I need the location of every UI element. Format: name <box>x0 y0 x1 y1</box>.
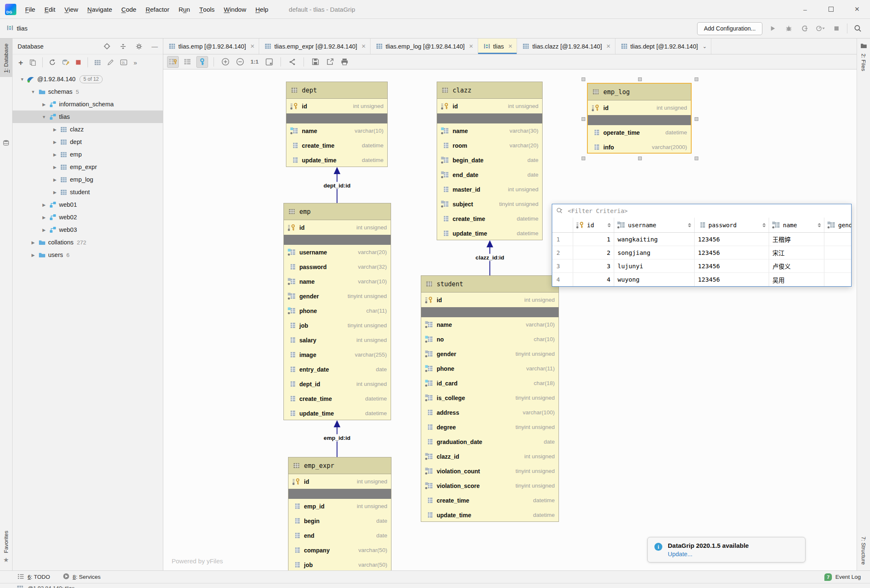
menu-navigate[interactable]: Navigate <box>83 0 117 18</box>
show-key-columns-button[interactable] <box>167 56 179 68</box>
grid-column-username[interactable]: username <box>614 218 695 232</box>
field-student-gender[interactable]: gender tinyint unsigned <box>421 347 559 361</box>
print-diagram-button[interactable] <box>339 56 350 68</box>
grid-cell[interactable] <box>824 273 852 286</box>
tab-tlias.emp [@1.92.84.140][interactable]: tlias.emp [@1.92.84.140] ✕ <box>163 39 259 54</box>
field-emp-job[interactable]: job tinyint unsigned <box>284 318 391 333</box>
row-number[interactable]: 2 <box>552 246 573 259</box>
show-all-columns-button[interactable] <box>182 56 193 68</box>
field-student-address[interactable]: address varchar(100) <box>421 405 559 420</box>
chevron-collapsed-icon[interactable]: ▶ <box>40 102 48 107</box>
grid-cell[interactable]: 宋江 <box>769 246 824 259</box>
locate-icon[interactable] <box>103 43 111 50</box>
close-button[interactable]: ✕ <box>844 0 870 18</box>
grid-filter-row[interactable]: <Filter Criteria> <box>552 204 851 218</box>
search-everywhere-icon[interactable] <box>852 23 863 34</box>
tree-item-web01[interactable]: ▶ web01 <box>13 198 163 211</box>
field-student-is_college[interactable]: is_college tinyint unsigned <box>421 390 559 405</box>
chevron-collapsed-icon[interactable]: ▶ <box>51 177 59 182</box>
tool-window-structure-label[interactable]: 7: Structure <box>860 537 867 565</box>
field-student-id[interactable]: id int unsigned <box>421 293 559 307</box>
chevron-collapsed-icon[interactable]: ▶ <box>51 190 59 195</box>
chevron-down-icon[interactable]: ⌄ <box>703 44 707 49</box>
chevron-expanded-icon[interactable]: ▼ <box>18 77 26 82</box>
tree-item-student[interactable]: ▶ student <box>13 186 163 198</box>
field-dept-id[interactable]: id int unsigned <box>286 99 387 113</box>
edit-icon[interactable] <box>107 59 114 66</box>
table-header-emp_log[interactable]: emp_log <box>588 84 691 100</box>
copy-icon[interactable] <box>29 59 36 66</box>
diagram-table-student[interactable]: student id int unsigned name varchar(10)… <box>421 275 559 522</box>
console-icon[interactable]: QL <box>120 59 127 66</box>
field-emp-image[interactable]: image varchar(255) <box>284 347 391 362</box>
coverage-icon[interactable] <box>799 23 810 34</box>
field-dept-name[interactable]: name varchar(10) <box>286 123 387 138</box>
tab-tlias.emp_log [@1.92.84.140][interactable]: tlias.emp_log [@1.92.84.140] ✕ <box>371 39 478 54</box>
sort-icon[interactable] <box>605 223 611 227</box>
field-student-update_time[interactable]: update_time datetime <box>421 508 559 522</box>
chevron-expanded-icon[interactable]: ▼ <box>29 90 37 94</box>
field-clazz-master_id[interactable]: master_id int unsigned <box>437 182 542 197</box>
actual-size-button[interactable]: 1:1 <box>249 56 260 68</box>
diagram-table-emp_log[interactable]: emp_log id int unsigned operate_time dat… <box>587 83 692 154</box>
row-number[interactable]: 4 <box>552 273 573 286</box>
field-emp-name[interactable]: name varchar(10) <box>284 274 391 289</box>
tree-item-dept[interactable]: ▶ dept <box>13 136 163 148</box>
field-emp_log-info[interactable]: info varchar(2000) <box>588 140 691 154</box>
zoom-in-button[interactable] <box>219 56 231 68</box>
field-clazz-id[interactable]: id int unsigned <box>437 99 542 113</box>
add-configuration-button[interactable]: Add Configuration... <box>697 22 762 35</box>
todo-button[interactable]: 6: TODO <box>18 573 50 581</box>
table-header-emp_expr[interactable]: emp_expr <box>288 457 391 474</box>
selection-handle[interactable] <box>695 117 698 121</box>
tree-item-web02[interactable]: ▶ web02 <box>13 211 163 223</box>
tree-item-clazz[interactable]: ▶ clazz <box>13 123 163 136</box>
profiler-icon[interactable] <box>815 23 826 34</box>
collapse-icon[interactable] <box>120 43 126 50</box>
field-emp-username[interactable]: username varchar(20) <box>284 245 391 259</box>
field-clazz-end_date[interactable]: end_date date <box>437 167 542 182</box>
field-emp-entry_date[interactable]: entry_date date <box>284 362 391 377</box>
field-dept-update_time[interactable]: update_time datetime <box>286 153 387 167</box>
menu-tools[interactable]: Tools <box>195 0 219 18</box>
grid-cell[interactable]: 3 <box>573 259 614 272</box>
field-emp-id[interactable]: id int unsigned <box>284 220 391 235</box>
field-emp-create_time[interactable]: create_time datetime <box>284 391 391 406</box>
field-dept-create_time[interactable]: create_time datetime <box>286 138 387 153</box>
field-emp_log-id[interactable]: id int unsigned <box>588 100 691 115</box>
grid-column-gender[interactable]: gender <box>824 218 852 232</box>
tree-item-emp_expr[interactable]: ▶ emp_expr <box>13 161 163 173</box>
filter-criteria-text[interactable]: <Filter Criteria> <box>568 208 628 214</box>
tree-item-information_schema[interactable]: ▶ information_schema <box>13 98 163 110</box>
tree-item-users[interactable]: ▶ users 6 <box>13 249 163 261</box>
gear-icon[interactable] <box>136 43 142 50</box>
apply-layout-button[interactable] <box>286 56 298 68</box>
grid-column-name[interactable]: name <box>769 218 824 232</box>
tab-tlias.dept [@1.92.84.140][interactable]: tlias.dept [@1.92.84.140] ⌄ <box>615 39 712 54</box>
grid-cell[interactable] <box>824 259 852 272</box>
field-student-violation_score[interactable]: violation_score tinyint unsigned <box>421 478 559 493</box>
selection-handle[interactable] <box>638 157 642 160</box>
chevron-collapsed-icon[interactable]: ▶ <box>29 253 37 257</box>
stop-icon[interactable] <box>831 23 842 34</box>
field-emp-dept_id[interactable]: dept_id int unsigned <box>284 377 391 391</box>
field-student-phone[interactable]: phone varchar(11) <box>421 361 559 376</box>
field-student-graduation_date[interactable]: graduation_date date <box>421 434 559 449</box>
grid-cell[interactable]: 2 <box>573 246 614 259</box>
tree-item-schemas[interactable]: ▼ schemas 5 <box>13 85 163 98</box>
breadcrumb[interactable]: tlias <box>7 25 28 32</box>
diagram-table-emp_expr[interactable]: emp_expr id int unsigned emp_id int unsi… <box>288 457 391 570</box>
grid-cell[interactable]: 4 <box>573 273 614 286</box>
field-student-create_time[interactable]: create_time datetime <box>421 493 559 508</box>
menu-code[interactable]: Code <box>117 0 141 18</box>
menu-help[interactable]: Help <box>251 0 273 18</box>
services-button[interactable]: 8: Services <box>63 573 101 581</box>
grid-cell[interactable]: lujunyi <box>614 259 695 272</box>
chevron-expanded-icon[interactable]: ▼ <box>40 115 48 119</box>
event-log-button[interactable]: 7 Event Log <box>824 573 861 581</box>
grid-cell[interactable]: 123456 <box>695 246 769 259</box>
diagram-table-emp[interactable]: emp id int unsigned username varchar(20)… <box>283 203 391 420</box>
field-clazz-name[interactable]: name varchar(30) <box>437 123 542 138</box>
chevron-collapsed-icon[interactable]: ▶ <box>51 165 59 169</box>
tool-window-button-favorites[interactable]: Favorites ★ <box>3 531 9 570</box>
